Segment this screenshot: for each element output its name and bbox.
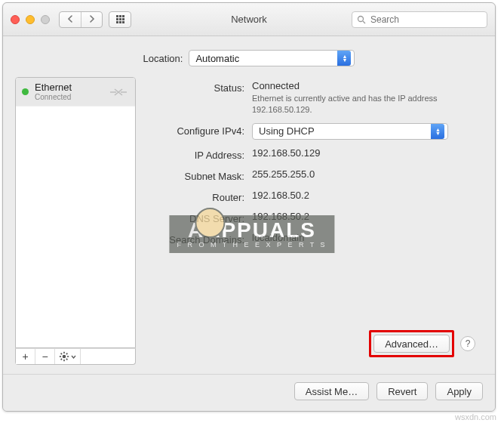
dns-server-value: 192.168.50.2: [252, 211, 478, 222]
grid-icon: [116, 15, 124, 23]
search-field[interactable]: [352, 11, 487, 28]
search-domains-row: Search Domains: localdomain: [146, 232, 478, 245]
svg-line-7: [61, 353, 63, 355]
details-panel: Status: Connected Ethernet is currently …: [146, 77, 483, 365]
show-all-button[interactable]: [109, 11, 131, 28]
service-text: Ethernet Connected: [35, 82, 102, 101]
configure-ipv4-row: Configure IPv4: Using DHCP ▲▼: [146, 123, 478, 140]
subnet-mask-value: 255.255.255.0: [252, 168, 478, 180]
status-value-block: Connected Ethernet is currently active a…: [252, 80, 478, 116]
status-description: Ethernet is currently active and has the…: [252, 93, 448, 116]
network-preferences-window: Network Location: Automatic ▲▼: [2, 2, 496, 412]
zoom-window-button[interactable]: [41, 15, 50, 24]
subnet-mask-row: Subnet Mask: 255.255.255.0: [146, 168, 478, 182]
router-row: Router: 192.168.50.2: [146, 190, 478, 203]
close-window-button[interactable]: [11, 15, 20, 24]
search-input[interactable]: [369, 14, 482, 26]
svg-line-10: [61, 359, 63, 360]
configure-ipv4-label: Configure IPv4:: [146, 123, 252, 137]
apply-button[interactable]: Apply: [435, 382, 483, 400]
svg-line-9: [66, 353, 68, 355]
search-domains-label: Search Domains:: [146, 232, 252, 245]
location-row: Location: Automatic ▲▼: [15, 50, 483, 66]
router-value: 192.168.50.2: [252, 190, 478, 201]
popup-arrows-icon: ▲▼: [337, 51, 351, 66]
service-status: Connected: [35, 93, 102, 101]
minimize-window-button[interactable]: [26, 15, 35, 24]
advanced-button[interactable]: Advanced…: [373, 335, 450, 353]
advanced-highlight: Advanced…: [369, 330, 454, 357]
service-name: Ethernet: [35, 82, 102, 93]
help-button[interactable]: ?: [460, 336, 475, 351]
columns: Ethernet Connected + −: [15, 77, 483, 365]
revert-button[interactable]: Revert: [376, 382, 428, 400]
chevron-right-icon: [89, 15, 95, 23]
ip-address-row: IP Address: 192.168.50.129: [146, 147, 478, 161]
svg-point-2: [63, 355, 66, 359]
location-label: Location:: [143, 53, 183, 64]
forward-button[interactable]: [81, 12, 102, 27]
svg-line-8: [66, 359, 68, 360]
location-popup[interactable]: Automatic ▲▼: [189, 50, 355, 66]
location-value: Automatic: [195, 53, 337, 64]
chevron-left-icon: [67, 15, 73, 23]
service-item-ethernet[interactable]: Ethernet Connected: [16, 78, 135, 106]
svg-line-1: [363, 21, 365, 23]
window-body: Location: Automatic ▲▼ Ethernet Connecte…: [3, 36, 495, 374]
svg-point-0: [358, 16, 364, 21]
window-title: Network: [231, 14, 267, 25]
ip-address-label: IP Address:: [146, 147, 252, 161]
corner-watermark: wsxdn.com: [455, 412, 496, 421]
dns-server-label: DNS Server:: [146, 211, 252, 224]
configure-ipv4-value: Using DHCP: [259, 125, 431, 137]
ethernet-icon: [108, 85, 129, 100]
chevron-down-icon: [71, 355, 76, 359]
service-list[interactable]: Ethernet Connected: [15, 77, 136, 348]
router-label: Router:: [146, 190, 252, 203]
status-value: Connected: [252, 80, 478, 91]
bottom-button-bar: Assist Me… Revert Apply: [3, 374, 495, 411]
search-icon: [357, 15, 366, 24]
help-icon: ?: [466, 338, 471, 349]
configure-ipv4-popup[interactable]: Using DHCP ▲▼: [252, 123, 448, 140]
ip-address-value: 192.168.50.129: [252, 147, 478, 159]
assist-me-button[interactable]: Assist Me…: [294, 382, 369, 400]
titlebar: Network: [3, 3, 495, 36]
search-domains-value: localdomain: [252, 232, 478, 243]
advanced-row: Advanced… ?: [146, 326, 478, 365]
service-actions-button[interactable]: [55, 349, 81, 364]
services-sidebar: Ethernet Connected + −: [15, 77, 136, 365]
status-row: Status: Connected Ethernet is currently …: [146, 80, 478, 116]
window-controls: [11, 15, 50, 24]
gear-icon: [59, 351, 69, 362]
subnet-mask-label: Subnet Mask:: [146, 168, 252, 182]
remove-service-button[interactable]: −: [35, 349, 55, 364]
nav-back-forward: [59, 11, 103, 28]
popup-arrows-icon: ▲▼: [431, 124, 444, 139]
back-button[interactable]: [60, 12, 81, 27]
status-dot-icon: [22, 88, 29, 95]
add-service-button[interactable]: +: [16, 349, 35, 364]
status-label: Status:: [146, 80, 252, 94]
dns-server-row: DNS Server: 192.168.50.2: [146, 211, 478, 224]
sidebar-footer: + −: [15, 348, 136, 365]
